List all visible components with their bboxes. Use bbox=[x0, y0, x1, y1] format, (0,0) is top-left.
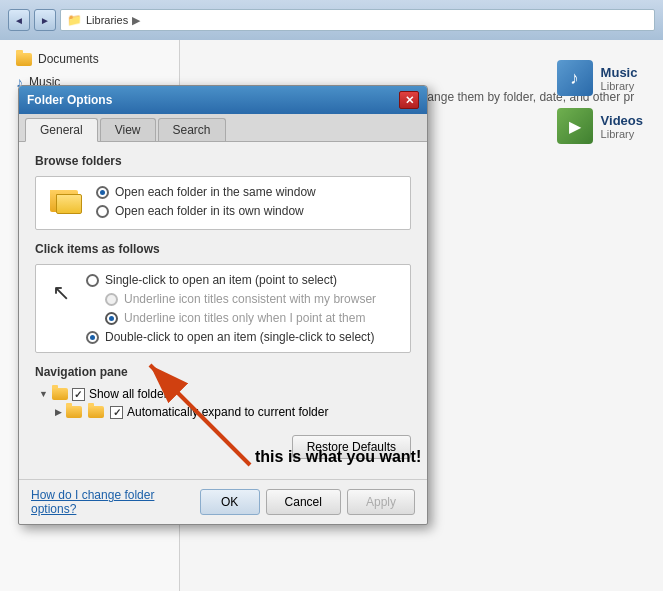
navigation-pane-label: Navigation pane bbox=[35, 365, 411, 379]
browse-folders-icon bbox=[46, 185, 86, 221]
click-option-single[interactable]: Single-click to open an item (point to s… bbox=[86, 273, 376, 287]
nav-subfolder-icon bbox=[66, 406, 82, 418]
click-option-underline-browser: Underline icon titles consistent with my… bbox=[86, 292, 376, 306]
click-option-single-label: Single-click to open an item (point to s… bbox=[105, 273, 337, 287]
click-cursor-icon: ↖ bbox=[46, 273, 76, 313]
radio-same-window[interactable] bbox=[96, 186, 109, 199]
tab-search[interactable]: Search bbox=[158, 118, 226, 141]
click-option-underline-browser-label: Underline icon titles consistent with my… bbox=[124, 292, 376, 306]
folder-front bbox=[56, 194, 82, 214]
checkbox-auto-expand[interactable] bbox=[110, 406, 123, 419]
browse-folders-option-0[interactable]: Open each folder in the same window bbox=[96, 185, 316, 199]
browse-folders-option-0-label: Open each folder in the same window bbox=[115, 185, 316, 199]
tab-view[interactable]: View bbox=[100, 118, 156, 141]
dialog-tabs: General View Search bbox=[19, 114, 427, 142]
browse-folders-options: Open each folder in the same window Open… bbox=[96, 185, 316, 218]
nav-auto-expand-row: ▶ Automatically expand to current folder bbox=[35, 403, 411, 421]
help-link[interactable]: How do I change folder options? bbox=[31, 488, 200, 516]
click-option-underline-hover-label: Underline icon titles only when I point … bbox=[124, 311, 365, 325]
nav-folder-icon bbox=[52, 388, 68, 400]
radio-underline-hover[interactable] bbox=[105, 312, 118, 325]
nav-show-folders-label: Show all folders bbox=[89, 387, 174, 401]
ok-button[interactable]: OK bbox=[200, 489, 260, 515]
browse-folders-group: Open each folder in the same window Open… bbox=[35, 176, 411, 230]
tab-general[interactable]: General bbox=[25, 118, 98, 142]
close-button[interactable]: ✕ bbox=[399, 91, 419, 109]
dialog-titlebar: Folder Options ✕ bbox=[19, 86, 427, 114]
dialog-overlay: Folder Options ✕ General View Search Bro… bbox=[0, 0, 663, 591]
click-option-double-label: Double-click to open an item (single-cli… bbox=[105, 330, 374, 344]
radio-underline-browser[interactable] bbox=[105, 293, 118, 306]
click-option-underline-hover: Underline icon titles only when I point … bbox=[86, 311, 376, 325]
cursor-image: ↖ bbox=[52, 280, 70, 306]
radio-double-click[interactable] bbox=[86, 331, 99, 344]
dialog-action-buttons: OK Cancel Apply bbox=[200, 489, 415, 515]
browse-folders-option-1-label: Open each folder in its own window bbox=[115, 204, 304, 218]
radio-single-click[interactable] bbox=[86, 274, 99, 287]
nav-subfolder-icon2 bbox=[88, 406, 104, 418]
nav-show-folders-row: ▼ Show all folders bbox=[35, 385, 411, 403]
dialog-title: Folder Options bbox=[27, 93, 112, 107]
tree-arrow-icon: ▼ bbox=[39, 389, 48, 399]
click-option-double[interactable]: Double-click to open an item (single-cli… bbox=[86, 330, 376, 344]
dialog-footer: How do I change folder options? OK Cance… bbox=[19, 479, 427, 524]
click-items-options: Single-click to open an item (point to s… bbox=[86, 273, 376, 344]
dialog-body: Browse folders Open each folder in the s… bbox=[19, 142, 427, 479]
tree-expand-icon: ▶ bbox=[55, 407, 62, 417]
click-items-label: Click items as follows bbox=[35, 242, 411, 256]
nav-auto-expand-label: Automatically expand to current folder bbox=[127, 405, 328, 419]
browse-folders-option-1[interactable]: Open each folder in its own window bbox=[96, 204, 316, 218]
apply-button[interactable]: Apply bbox=[347, 489, 415, 515]
browse-folders-label: Browse folders bbox=[35, 154, 411, 168]
navigation-pane-section: Navigation pane ▼ Show all folders ▶ Aut… bbox=[35, 365, 411, 421]
click-items-group: ↖ Single-click to open an item (point to… bbox=[35, 264, 411, 353]
annotation-text: this is what you want! bbox=[255, 448, 421, 466]
folder-pair-icon bbox=[48, 188, 84, 218]
radio-own-window[interactable] bbox=[96, 205, 109, 218]
cancel-button[interactable]: Cancel bbox=[266, 489, 341, 515]
checkbox-show-folders[interactable] bbox=[72, 388, 85, 401]
